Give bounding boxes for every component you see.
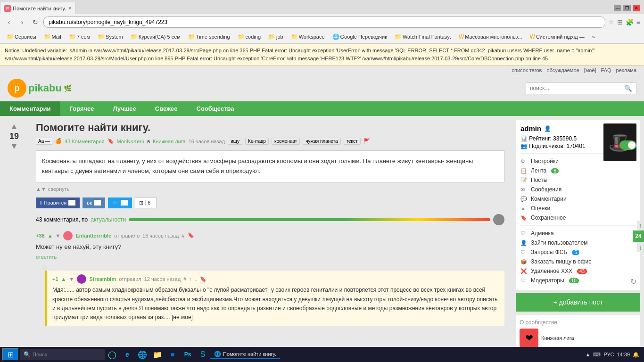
bookmarks-bar-item[interactable]: 📁 System <box>95 33 126 41</box>
add-post-button[interactable]: + добавить пост <box>516 293 640 312</box>
toggle-switch[interactable] <box>619 140 636 150</box>
scroll-up-button[interactable]: ↑ <box>637 221 644 230</box>
post-tag-centaur[interactable]: Кентавр <box>245 138 269 145</box>
bookmark-comment-icon[interactable]: 🔖 <box>188 232 194 239</box>
top-link-my[interactable]: [моё] <box>584 67 596 73</box>
bookmarks-bar-item[interactable]: W Системний підхід — <box>527 33 587 41</box>
report-icon[interactable]: 🚩 <box>363 138 370 144</box>
nav-best[interactable]: Лучшее <box>104 101 146 116</box>
bookmarks-bar-item[interactable]: 🌐 Google Переводчик <box>330 33 390 41</box>
taskbar-icon-ie[interactable]: e <box>121 348 134 361</box>
taskbar-search[interactable]: 🔍 Поиск <box>20 349 105 360</box>
vote-up-button[interactable]: ▲ <box>10 122 18 132</box>
share-vk-button[interactable]: вк 0 <box>83 197 105 208</box>
post-comments-link[interactable]: 43 Комментария <box>65 139 104 144</box>
taskbar-notification-icon[interactable]: 🔔 <box>633 352 639 358</box>
site-logo[interactable]: p pikabu 🌿 <box>8 79 72 98</box>
url-input[interactable] <box>43 16 605 28</box>
refresh-button[interactable]: ↻ <box>30 17 41 27</box>
sidebar-link-posts[interactable]: 📝 Посты <box>520 175 636 185</box>
bookmarks-bar-item[interactable]: 📁 7 сем <box>66 33 93 41</box>
share-facebook-button[interactable]: f Нравится 0 <box>36 197 80 208</box>
comment-vote-down[interactable]: ▼ <box>56 233 61 239</box>
top-link-ads[interactable]: реклама <box>616 67 636 73</box>
search-input[interactable] <box>526 83 620 93</box>
sidebar-link-moderators[interactable]: 🛡 Модераторы 10 <box>520 276 636 285</box>
bookmarks-bar-item[interactable]: 📁 Курсач(CA) 5 сем <box>128 33 183 41</box>
office-icon[interactable]: ⊞ <box>617 18 623 26</box>
sub-comment-up-icon[interactable]: ↑ <box>189 276 192 282</box>
post-tag-planet[interactable]: чужая планета <box>303 138 340 145</box>
bookmarks-workspace-item[interactable]: 📁 Workspace <box>288 33 328 41</box>
start-button[interactable]: ⊞ <box>2 348 19 361</box>
minimize-button[interactable]: — <box>614 5 621 11</box>
taskbar-active-app[interactable]: 🌐 Помогите найти книгу. <box>210 350 280 359</box>
post-action-tag[interactable]: ищу <box>228 138 242 145</box>
sidebar-link-feed[interactable]: 📋 Лента 6 <box>520 166 636 175</box>
sidebar-link-messages[interactable]: ✉ Сообщения <box>520 185 636 194</box>
notification-badge[interactable]: 24 <box>633 230 644 242</box>
sub-comment-vote-down[interactable]: ▼ <box>69 276 74 282</box>
comment-author[interactable]: Enfantterrrible <box>75 233 111 239</box>
sidebar-link-deleted-xxx[interactable]: ❌ Удаленное ХХХ 43 <box>520 266 636 276</box>
sub-comment-down-icon[interactable]: ↓ <box>195 276 198 282</box>
nav-communities[interactable]: Сообщества <box>187 101 244 116</box>
menu-icon[interactable]: ≡ <box>636 18 640 26</box>
bookmarks-bar-item[interactable]: 📁 Time spending <box>185 33 233 41</box>
bookmark-star-icon[interactable]: ☆ <box>608 18 614 26</box>
top-link-faq[interactable]: FAQ <box>601 67 611 73</box>
share-other-button[interactable]: ⊞ 6 <box>135 197 157 208</box>
share-twitter-button[interactable]: 🐦 0 <box>108 197 132 208</box>
font-change-button[interactable]: Аа — <box>36 138 52 145</box>
post-tag-text[interactable]: текст <box>344 138 361 145</box>
active-tab[interactable]: P Помогите найти книгу. ✕ <box>0 2 76 14</box>
top-link-discussed[interactable]: обсуждаемое <box>546 67 579 73</box>
scroll-down-button[interactable]: ↓ <box>637 243 644 252</box>
sidebar-link-comments[interactable]: 💬 Комментарии <box>520 194 636 204</box>
bookmarks-bar-item[interactable]: 📁 Watch Final Fantasy: <box>392 33 454 41</box>
bookmarks-bar-item[interactable]: 📁 Сервисы <box>4 33 39 41</box>
extension-icon[interactable]: 🧩 <box>626 18 634 26</box>
taskbar-icon-skype[interactable]: S <box>196 348 209 361</box>
bookmarks-bar-item[interactable]: 📁 coding <box>235 33 264 41</box>
bookmarks-bar-item[interactable]: 📁 job <box>265 33 286 41</box>
tab-close-button[interactable]: ✕ <box>68 6 72 11</box>
comment-vote-up[interactable]: ▲ <box>48 233 53 239</box>
top-link-tags[interactable]: список тегов <box>512 67 542 73</box>
sidebar-link-saved[interactable]: 🔖 Сохраненное <box>520 213 636 222</box>
taskbar-icon-vscode[interactable]: ■ <box>166 348 179 361</box>
taskbar-icon-cortana[interactable]: ◯ <box>106 348 119 361</box>
sort-link[interactable]: актуальности <box>91 216 126 223</box>
sidebar-link-pizza[interactable]: 📦 Заказать пиццу в офис <box>520 257 636 266</box>
sub-comment-author[interactable]: Streambim <box>89 276 116 282</box>
nav-hot[interactable]: Горячее <box>60 101 104 116</box>
refresh-icon[interactable]: ↻ <box>630 277 636 286</box>
bookmarks-bar-item[interactable]: 📁 Mail <box>41 33 64 41</box>
sub-comment-bookmark-icon[interactable]: 🔖 <box>200 276 206 282</box>
taskbar-icon-explorer[interactable]: 📁 <box>151 348 164 361</box>
collapse-icon[interactable]: ▢ <box>41 264 46 269</box>
bookmarks-bar-item[interactable]: W Массовая многопольз... <box>456 33 525 41</box>
close-button[interactable]: ✕ <box>633 5 640 11</box>
sidebar-link-ratings[interactable]: ▲ Оценки <box>520 204 636 213</box>
bookmarks-more-button[interactable]: » <box>589 33 598 41</box>
post-author-link[interactable]: MoriNoKeru <box>117 139 145 144</box>
taskbar-icon-chrome[interactable]: 🌐 <box>136 348 149 361</box>
sidebar-link-login-user[interactable]: 👤 Зайти пользователем <box>520 238 636 247</box>
collapse-button[interactable]: ▲▼ свернуть <box>36 186 504 192</box>
back-button[interactable]: ‹ <box>4 17 14 27</box>
search-button[interactable]: 🔍 <box>620 83 636 94</box>
maximize-button[interactable]: ❐ <box>623 5 631 11</box>
sidebar-link-admin[interactable]: 🛡 Админка <box>520 229 636 238</box>
vote-down-button[interactable]: ▼ <box>10 141 18 151</box>
meta-emoji: 🍊 <box>55 138 62 144</box>
nav-comments[interactable]: Комментарии <box>0 101 60 116</box>
comment-reply-link[interactable]: ответить <box>36 254 57 260</box>
sidebar-link-fsb[interactable]: 🛡 Запросы ФСБ 5 <box>520 247 636 257</box>
nav-fresh[interactable]: Свежее <box>146 101 187 116</box>
post-community-link[interactable]: Книжная лига <box>153 139 186 144</box>
taskbar-icon-ps[interactable]: Ps <box>181 348 194 361</box>
sub-comment-vote-up[interactable]: ▲ <box>61 276 66 282</box>
post-tag-cosmonaut[interactable]: космонавт <box>272 138 300 145</box>
forward-button[interactable]: › <box>17 17 27 27</box>
